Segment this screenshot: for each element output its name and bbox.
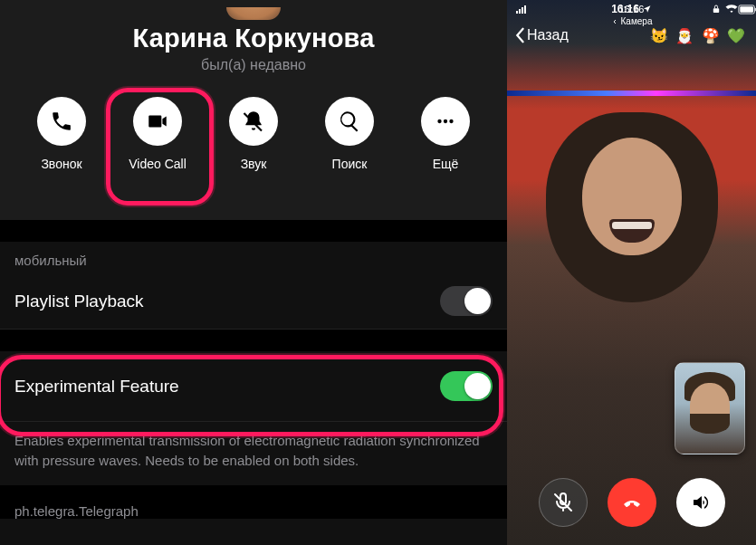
chevron-left-icon [514, 27, 525, 43]
footer-note: ph.telegra.Telegraph [0, 485, 507, 519]
svg-point-1 [444, 120, 447, 123]
wifi-icon [725, 5, 734, 14]
phone-icon[interactable] [37, 97, 86, 146]
remote-video-face [546, 112, 718, 302]
mute-action[interactable]: Звук [218, 97, 289, 171]
search-label: Поиск [332, 157, 368, 171]
more-icon[interactable] [421, 97, 470, 146]
mute-mic-button[interactable] [539, 478, 588, 527]
section-gap [0, 220, 507, 242]
avatar[interactable] [226, 7, 281, 20]
contact-name: Карина Коркунова [0, 24, 507, 53]
experimental-description: Enables experimental transmission of ele… [0, 422, 507, 485]
hangup-icon [621, 492, 643, 513]
playlist-label: Playlist Playback [14, 292, 144, 311]
call-controls [539, 478, 725, 527]
camera-source-label[interactable]: Камера [611, 16, 653, 26]
call-action[interactable]: Звонок [26, 97, 97, 171]
status-time-center: 16:16 [611, 3, 652, 15]
mute-label: Звук [241, 157, 267, 171]
video-call-action[interactable]: Video Call [122, 97, 193, 171]
profile-header: Карина Коркунова был(а) недавно Звонок V… [0, 0, 507, 220]
svg-point-2 [449, 120, 453, 123]
playlist-toggle[interactable] [440, 286, 493, 316]
search-icon[interactable] [325, 97, 374, 146]
experimental-label: Experimental Feature [14, 377, 179, 397]
location-icon [643, 5, 652, 14]
more-action[interactable]: Ещё [410, 97, 481, 171]
encryption-emojis: 😼 🎅 🍄 💚 [650, 27, 747, 44]
svg-rect-4 [519, 9, 521, 14]
background-neon [507, 91, 756, 96]
experimental-feature-row[interactable]: Experimental Feature [0, 351, 507, 422]
bell-off-icon[interactable] [229, 97, 278, 146]
svg-point-0 [437, 120, 441, 123]
settings-panel: Карина Коркунова был(а) недавно Звонок V… [0, 0, 507, 545]
svg-rect-9 [740, 6, 753, 12]
section-gap-2 [0, 330, 507, 351]
video-icon[interactable] [133, 97, 182, 146]
actions-row: Звонок Video Call Звук Поиск [0, 97, 507, 204]
video-call-label: Video Call [129, 157, 187, 171]
video-call-screen: 16:16 16:16 Камера Назад 😼 🎅 🍄 💚 [507, 0, 756, 545]
svg-rect-7 [713, 8, 719, 13]
svg-rect-5 [522, 7, 523, 14]
more-label: Ещё [433, 157, 459, 171]
speaker-icon [690, 492, 712, 513]
mic-off-icon [552, 492, 574, 513]
search-action[interactable]: Поиск [314, 97, 385, 171]
speaker-button[interactable] [676, 478, 725, 527]
back-label: Назад [527, 27, 569, 43]
section-label-mobile: мобильный [0, 242, 507, 273]
self-video-pip[interactable] [675, 362, 745, 454]
lock-icon [713, 5, 722, 14]
contact-status: был(а) недавно [0, 57, 507, 73]
signal-icon [516, 5, 525, 14]
svg-rect-3 [516, 11, 518, 14]
back-button[interactable]: Назад [514, 27, 569, 43]
end-call-button[interactable] [608, 478, 656, 527]
battery-icon [738, 5, 747, 14]
svg-rect-6 [524, 5, 526, 14]
call-label: Звонок [41, 157, 81, 171]
playlist-playback-row[interactable]: Playlist Playback [0, 273, 507, 330]
experimental-toggle[interactable] [440, 371, 493, 401]
